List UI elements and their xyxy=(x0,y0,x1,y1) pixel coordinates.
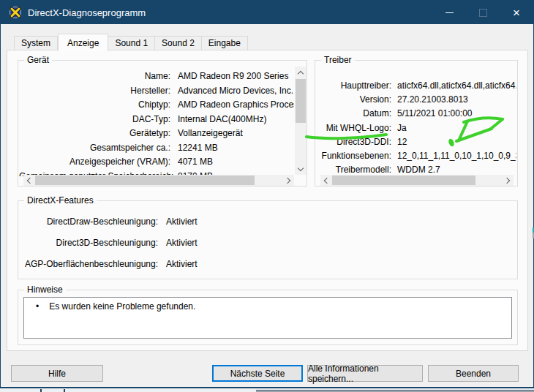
field-label: Datum: xyxy=(316,108,391,122)
scroll-down-button[interactable] xyxy=(295,163,307,175)
field-label: Gesamtspeicher ca.: xyxy=(19,143,170,157)
feature-row: AGP-Oberflächenbeschleunigung:Aktiviert xyxy=(19,259,509,278)
field-value: 5/11/2021 01:00:00 xyxy=(397,108,473,122)
tab-system[interactable]: System xyxy=(14,36,58,50)
field-value: Ja xyxy=(397,123,407,137)
edge-tick xyxy=(40,389,42,392)
tab-label: Sound 2 xyxy=(162,38,195,48)
tab-eingabe[interactable]: Eingabe xyxy=(202,36,248,50)
device-row: Anzeigespeicher (VRAM):4071 MB xyxy=(19,157,294,171)
minimize-button[interactable] xyxy=(432,1,466,24)
driver-rows: Haupttreiber:aticfx64.dll,aticfx64.dll,a… xyxy=(316,80,516,174)
driver-row: Haupttreiber:aticfx64.dll,aticfx64.dll,a… xyxy=(316,80,516,94)
device-row: Gesamtspeicher ca.:12241 MB xyxy=(19,143,294,157)
scrollbar-thumb[interactable] xyxy=(35,176,255,185)
desktop-edge-strip xyxy=(0,388,534,392)
edge-tick xyxy=(64,389,65,392)
driver-row: Datum:5/11/2021 01:00:00 xyxy=(316,108,516,122)
tab-sound2[interactable]: Sound 2 xyxy=(155,36,202,50)
caption-buttons: × xyxy=(432,1,533,24)
field-value: 12 xyxy=(397,137,407,151)
field-value: Aktiviert xyxy=(166,216,198,238)
device-row: Gerätetyp:Vollanzeigegerät xyxy=(19,128,294,143)
field-value: WDDM 2.7 xyxy=(397,165,440,174)
notes-textbox[interactable]: Es wurden keine Probleme gefunden. xyxy=(23,297,512,339)
field-label: Direct3D-Beschleunigung: xyxy=(19,238,158,259)
groupbox-hinweise-title: Hinweise xyxy=(24,284,66,295)
feature-row: DirectDraw-Beschleunigung:Aktiviert xyxy=(19,216,509,238)
field-value: Advanced Micro Devices, Inc. xyxy=(178,86,293,100)
field-label: Direct3D-DDI: xyxy=(316,137,391,151)
field-label: Treibermodell: xyxy=(316,165,391,174)
device-row: Chiptyp:AMD Radeon Graphics Processor ( xyxy=(19,99,294,114)
field-label: Haupttreiber: xyxy=(316,80,391,94)
note-text: Es wurden keine Probleme gefunden. xyxy=(49,301,195,312)
chevron-right-icon xyxy=(285,177,290,183)
field-value: aticfx64.dll,aticfx64.dll,aticfx64.dll xyxy=(397,80,516,94)
field-label: Name: xyxy=(19,71,170,86)
chevron-up-icon xyxy=(298,70,304,76)
chevron-down-icon xyxy=(298,165,304,170)
titlebar: DirectX-Diagnoseprogramm × xyxy=(1,1,533,24)
device-vertical-scrollbar[interactable] xyxy=(295,67,307,175)
driver-horizontal-scrollbar[interactable] xyxy=(320,175,514,186)
groupbox-directx-features: DirectX-Features DirectDraw-Beschleunigu… xyxy=(18,200,518,279)
scrollbar-thumb[interactable] xyxy=(332,176,475,185)
tab-label: Anzeige xyxy=(67,38,99,48)
scroll-up-button[interactable] xyxy=(295,67,307,78)
maximize-icon xyxy=(479,9,487,17)
field-label: Version: xyxy=(316,94,391,108)
field-label: Chiptyp: xyxy=(19,99,170,114)
scroll-left-button[interactable] xyxy=(320,175,331,186)
features-rows: DirectDraw-Beschleunigung:Aktiviert Dire… xyxy=(19,216,509,278)
groupbox-hinweise: Hinweise Es wurden keine Probleme gefund… xyxy=(18,290,518,345)
scroll-right-button[interactable] xyxy=(283,175,294,186)
tab-strip: System Anzeige Sound 1 Sound 2 Eingabe xyxy=(14,33,248,50)
screen: DirectX-Diagnoseprogramm × System Anzeig… xyxy=(0,0,534,392)
scroll-right-button[interactable] xyxy=(503,175,514,186)
device-row: Hersteller:Advanced Micro Devices, Inc. xyxy=(19,86,294,100)
driver-row: Funktionsebenen:12_0,11_1,11_0,10_1,10_0… xyxy=(316,151,516,165)
groupbox-geraet-title: Gerät xyxy=(24,55,52,65)
field-label: DAC-Typ: xyxy=(19,114,170,129)
tab-label: System xyxy=(21,38,50,48)
device-row: DAC-Typ:Internal DAC(400MHz) xyxy=(19,114,294,129)
scroll-left-button[interactable] xyxy=(23,175,34,186)
driver-row: Treibermodell:WDDM 2.7 xyxy=(316,165,516,174)
dxdiag-window: DirectX-Diagnoseprogramm × System Anzeig… xyxy=(0,0,534,388)
driver-row: Mit WHQL-Logo:Ja xyxy=(316,123,516,137)
tab-label: Sound 1 xyxy=(115,38,148,48)
feature-row: Direct3D-Beschleunigung:Aktiviert xyxy=(19,238,509,259)
field-label: AGP-Oberflächenbeschleunigung: xyxy=(19,259,158,278)
dxdiag-app-icon xyxy=(9,6,22,19)
chevron-left-icon xyxy=(27,177,33,183)
chevron-left-icon xyxy=(324,177,330,183)
button-label: Alle Informationen speichern... xyxy=(308,363,422,384)
button-label: Hilfe xyxy=(48,369,66,379)
field-value: Vollanzeigegerät xyxy=(178,128,243,143)
field-value: Aktiviert xyxy=(166,259,198,278)
note-item: Es wurden keine Probleme gefunden. xyxy=(36,301,511,312)
field-value: Aktiviert xyxy=(166,238,198,259)
chevron-right-icon xyxy=(504,177,510,183)
tab-page-anzeige: Gerät Name:AMD Radeon R9 200 Series Hers… xyxy=(7,50,528,351)
groupbox-treiber: Treiber Haupttreiber:aticfx64.dll,aticfx… xyxy=(315,60,518,186)
driver-row: Version:27.20.21003.8013 xyxy=(316,94,516,108)
field-value: Internal DAC(400MHz) xyxy=(178,114,266,129)
field-value: AMD Radeon Graphics Processor ( xyxy=(178,99,294,114)
tab-anzeige[interactable]: Anzeige xyxy=(58,34,108,51)
exit-button[interactable]: Beenden xyxy=(428,365,519,382)
maximize-button[interactable] xyxy=(466,1,500,24)
help-button[interactable]: Hilfe xyxy=(11,365,103,382)
next-page-button[interactable]: Nächste Seite xyxy=(212,365,303,382)
field-label: Hersteller: xyxy=(19,86,170,100)
device-rows: Name:AMD Radeon R9 200 Series Hersteller… xyxy=(19,71,294,176)
field-value: 27.20.21003.8013 xyxy=(397,94,468,108)
scrollbar-thumb[interactable] xyxy=(296,79,306,123)
window-title: DirectX-Diagnoseprogramm xyxy=(28,7,146,18)
close-button[interactable]: × xyxy=(500,1,533,24)
save-all-information-button[interactable]: Alle Informationen speichern... xyxy=(307,365,423,382)
device-horizontal-scrollbar[interactable] xyxy=(23,175,294,186)
driver-row: Direct3D-DDI:12 xyxy=(316,137,516,151)
tab-sound1[interactable]: Sound 1 xyxy=(108,36,155,50)
